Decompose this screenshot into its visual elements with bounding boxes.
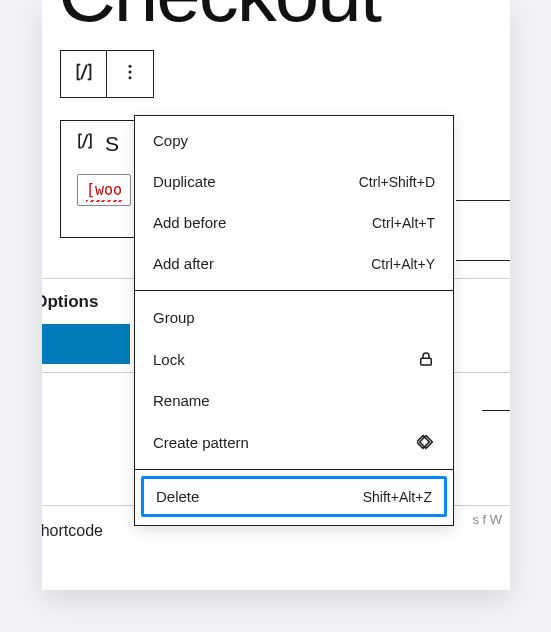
menu-item-shortcut: Ctrl+Shift+D — [359, 174, 435, 190]
menu-item-label: Delete — [156, 488, 199, 505]
cutoff-text: s f W — [472, 512, 502, 528]
svg-line-0 — [81, 65, 87, 80]
shortcode-icon — [75, 131, 95, 156]
menu-item-create-pattern[interactable]: Create pattern — [135, 421, 453, 463]
menu-item-duplicate[interactable]: Duplicate Ctrl+Shift+D — [135, 161, 453, 202]
menu-item-add-before[interactable]: Add before Ctrl+Alt+T — [135, 202, 453, 243]
block-header-text: S — [105, 132, 119, 156]
svg-rect-5 — [421, 358, 432, 365]
menu-item-copy[interactable]: Copy — [135, 120, 453, 161]
shortcode-block-icon-button[interactable] — [61, 51, 107, 97]
svg-line-4 — [83, 134, 88, 147]
menu-item-label: Duplicate — [153, 173, 216, 190]
menu-item-label: Copy — [153, 132, 188, 149]
shortcode-icon — [73, 61, 95, 87]
menu-item-shortcut: Ctrl+Alt+Y — [371, 256, 435, 272]
lock-icon — [417, 350, 435, 368]
menu-separator — [135, 290, 453, 291]
menu-item-label: Group — [153, 309, 195, 326]
divider — [456, 200, 510, 201]
menu-item-lock[interactable]: Lock — [135, 338, 453, 380]
divider — [456, 260, 510, 261]
menu-item-label: Lock — [153, 351, 185, 368]
menu-item-group[interactable]: Group — [135, 297, 453, 338]
menu-item-delete[interactable]: Delete Shift+Alt+Z — [141, 476, 447, 517]
menu-item-shortcut: Shift+Alt+Z — [363, 489, 432, 505]
more-options-button[interactable] — [107, 51, 153, 97]
divider — [482, 410, 510, 411]
menu-item-add-after[interactable]: Add after Ctrl+Alt+Y — [135, 243, 453, 284]
page-title: Checkout — [58, 0, 380, 40]
menu-item-label: Rename — [153, 392, 210, 409]
menu-item-shortcut: Ctrl+Alt+T — [372, 215, 435, 231]
pattern-icon — [417, 433, 435, 451]
menu-item-label: Add before — [153, 214, 226, 231]
shortcode-input[interactable]: [woo — [77, 174, 131, 206]
svg-point-3 — [129, 76, 132, 79]
editor-card: Checkout S [wo — [42, 0, 510, 590]
menu-item-rename[interactable]: Rename — [135, 380, 453, 421]
page-options-label: e Options — [42, 292, 98, 312]
menu-separator — [135, 469, 453, 470]
footer-block-label: Shortcode — [42, 522, 103, 540]
more-vertical-icon — [120, 62, 140, 86]
svg-point-1 — [129, 65, 132, 68]
menu-item-label: Add after — [153, 255, 214, 272]
active-section-bar — [42, 324, 130, 364]
menu-item-label: Create pattern — [153, 434, 249, 451]
svg-point-2 — [129, 71, 132, 74]
block-options-menu: Copy Duplicate Ctrl+Shift+D Add before C… — [134, 115, 454, 526]
block-toolbar — [60, 50, 154, 98]
